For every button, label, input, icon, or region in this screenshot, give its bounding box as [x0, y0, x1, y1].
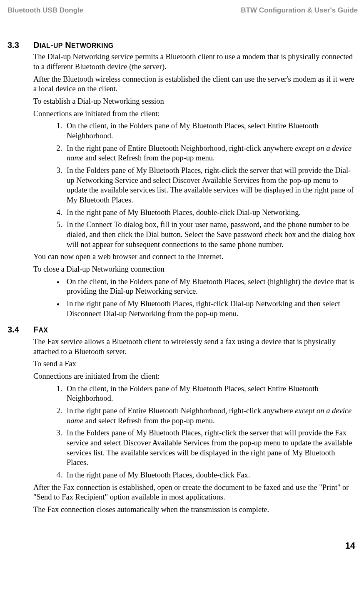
section-heading-3-3: 3.3 DIAL-UP NETWORKING — [7, 40, 358, 51]
section-body-3-3: The Dial-up Networking service permits a… — [33, 52, 356, 319]
section-title: FAX — [33, 325, 48, 335]
section-heading-3-4: 3.4 FAX — [7, 325, 358, 335]
paragraph: The Fax service allows a Bluetooth clien… — [33, 337, 356, 357]
paragraph: After the Fax connection is established,… — [33, 483, 356, 502]
title-frag: IAL — [40, 42, 50, 49]
text-frag: and select Refresh from the pop-up menu. — [83, 154, 214, 162]
section-body-3-4: The Fax service allows a Bluetooth clien… — [33, 337, 356, 515]
section-title: DIAL-UP NETWORKING — [33, 40, 113, 51]
text-frag: and select Refresh from the pop-up menu. — [83, 417, 214, 425]
document-page: Bluetooth USB Dongle BTW Configuration &… — [0, 0, 364, 568]
header-left: Bluetooth USB Dongle — [7, 6, 83, 15]
paragraph: After the Bluetooth wireless connection … — [33, 75, 356, 94]
title-frag: - — [50, 40, 53, 50]
paragraph: The Dial-up Networking service permits a… — [33, 52, 356, 72]
paragraph: You can now open a web browser and conne… — [33, 252, 356, 262]
numbered-list: On the client, in the Folders pane of My… — [33, 121, 356, 250]
title-frag: ETWORKING — [71, 42, 113, 49]
list-item: On the client, in the Folders pane of My… — [64, 277, 356, 297]
text-frag: In the right pane of Entire Bluetooth Ne… — [67, 407, 295, 415]
title-frag: F — [33, 325, 38, 334]
numbered-list: On the client, in the Folders pane of My… — [33, 384, 356, 480]
paragraph: To send a Fax — [33, 359, 356, 369]
title-frag: D — [33, 40, 40, 50]
page-header: Bluetooth USB Dongle BTW Configuration &… — [7, 6, 358, 15]
title-frag: AX — [38, 327, 48, 334]
list-item: In the Connect To dialog box, fill in yo… — [64, 220, 356, 250]
list-item: In the right pane of My Bluetooth Places… — [64, 299, 356, 319]
section-number: 3.3 — [7, 40, 33, 51]
title-frag: UP — [53, 42, 63, 49]
list-item: On the client, in the Folders pane of My… — [64, 384, 356, 404]
paragraph: To establish a Dial-up Networking sessio… — [33, 97, 356, 107]
list-item: In the Folders pane of My Bluetooth Plac… — [64, 166, 356, 205]
paragraph: The Fax connection closes automatically … — [33, 505, 356, 515]
paragraph: Connections are initiated from the clien… — [33, 372, 356, 382]
list-item: In the right pane of Entire Bluetooth Ne… — [64, 406, 356, 426]
list-item: In the right pane of Entire Bluetooth Ne… — [64, 144, 356, 163]
bullet-list: On the client, in the Folders pane of My… — [33, 277, 356, 319]
paragraph: To close a Dial-up Networking connection — [33, 265, 356, 275]
list-item: In the right pane of My Bluetooth Places… — [64, 470, 356, 480]
header-right: BTW Configuration & User's Guide — [241, 6, 358, 15]
section-number: 3.4 — [7, 325, 33, 335]
title-frag: N — [63, 40, 71, 50]
page-footer: 14 — [7, 540, 358, 552]
text-frag: In the right pane of Entire Bluetooth Ne… — [67, 144, 295, 152]
page-number: 14 — [345, 540, 355, 551]
list-item: On the client, in the Folders pane of My… — [64, 121, 356, 141]
list-item: In the Folders pane of My Bluetooth Plac… — [64, 428, 356, 468]
list-item: In the right pane of My Bluetooth Places… — [64, 208, 356, 218]
paragraph: Connections are initiated from the clien… — [33, 109, 356, 119]
